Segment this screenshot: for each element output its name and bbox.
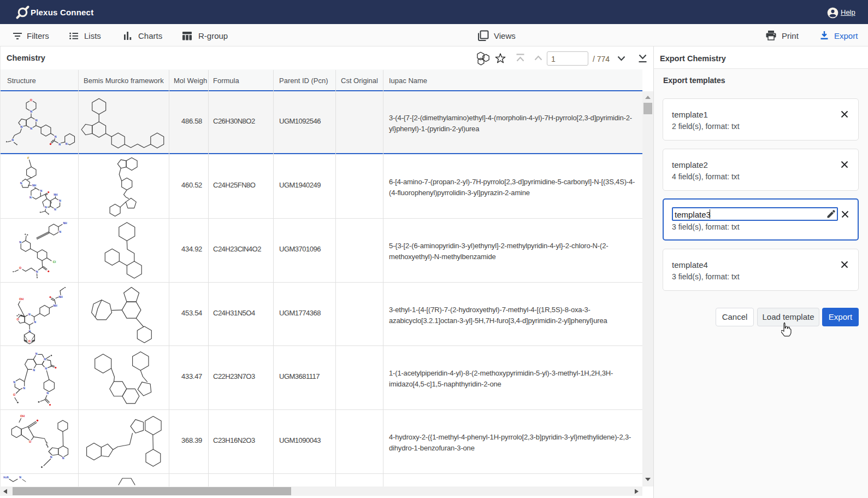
svg-text:N: N bbox=[11, 138, 14, 142]
svg-text:N: N bbox=[13, 380, 15, 384]
svg-text:N: N bbox=[19, 241, 21, 244]
svg-text:O: O bbox=[30, 98, 33, 102]
svg-text:N: N bbox=[33, 368, 35, 372]
svg-text:O: O bbox=[19, 266, 21, 269]
svg-text:Cl: Cl bbox=[53, 260, 56, 263]
svg-text:N: N bbox=[20, 125, 22, 128]
svg-text:O: O bbox=[28, 339, 31, 343]
svg-text:N: N bbox=[66, 142, 68, 145]
svg-text:H₂N: H₂N bbox=[3, 476, 9, 479]
svg-text:N: N bbox=[20, 181, 22, 185]
svg-text:N: N bbox=[44, 358, 46, 361]
svg-text:N: N bbox=[50, 455, 52, 459]
svg-text:N: N bbox=[45, 367, 47, 370]
svg-text:N: N bbox=[58, 143, 61, 146]
svg-text:N: N bbox=[35, 119, 37, 122]
svg-text:N: N bbox=[30, 110, 32, 113]
svg-text:NH: NH bbox=[58, 295, 63, 298]
svg-text:NH: NH bbox=[54, 193, 58, 196]
svg-text:N: N bbox=[36, 270, 38, 273]
svg-text:N: N bbox=[59, 230, 61, 233]
svg-text:NH: NH bbox=[53, 304, 57, 307]
svg-text:OH: OH bbox=[19, 297, 23, 301]
svg-text:O: O bbox=[29, 440, 31, 443]
svg-text:O: O bbox=[16, 318, 19, 321]
svg-text:N: N bbox=[29, 196, 32, 199]
svg-text:N: N bbox=[30, 127, 32, 130]
svg-text:N: N bbox=[46, 391, 49, 395]
svg-text:N: N bbox=[23, 386, 25, 390]
svg-text:O: O bbox=[13, 393, 15, 396]
svg-text:F: F bbox=[27, 156, 29, 160]
svg-text:N: N bbox=[28, 313, 31, 316]
svg-text:N: N bbox=[36, 352, 38, 355]
svg-text:N: N bbox=[55, 135, 57, 138]
svg-text:NH: NH bbox=[63, 221, 67, 225]
svg-text:N: N bbox=[45, 206, 47, 209]
svg-text:N: N bbox=[19, 476, 21, 479]
svg-text:N: N bbox=[62, 456, 64, 460]
svg-text:OH: OH bbox=[20, 414, 25, 418]
svg-text:N: N bbox=[34, 320, 36, 324]
svg-text:NH: NH bbox=[32, 184, 37, 187]
svg-text:N: N bbox=[59, 199, 61, 202]
svg-text:N: N bbox=[40, 189, 42, 192]
svg-text:N: N bbox=[54, 208, 56, 211]
